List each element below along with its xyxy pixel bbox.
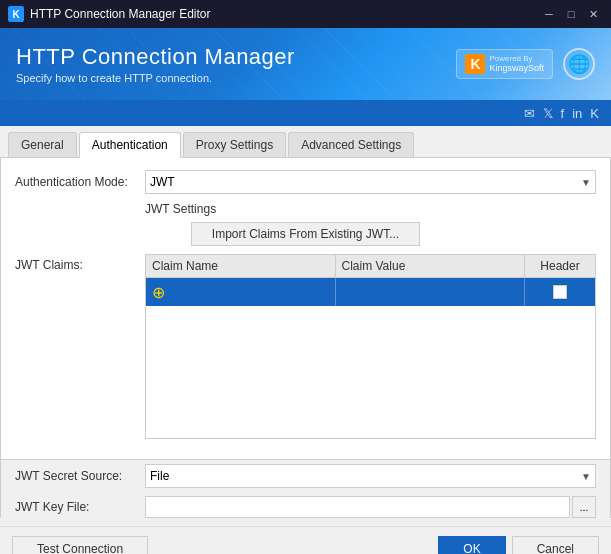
test-connection-button[interactable]: Test Connection [12, 536, 148, 555]
minimize-button[interactable]: ─ [539, 6, 559, 22]
header-header: Header [525, 255, 595, 277]
jwt-secret-arrow-icon: ▼ [581, 471, 591, 482]
jwt-key-file-input[interactable] [145, 496, 570, 518]
jwt-settings-label: JWT Settings [145, 202, 596, 216]
jwt-key-file-row: JWT Key File: ... [15, 496, 596, 518]
window-controls: ─ □ ✕ [539, 6, 603, 22]
auth-mode-label: Authentication Mode: [15, 175, 145, 189]
tab-proxy-settings[interactable]: Proxy Settings [183, 132, 286, 157]
bottom-bar: Test Connection OK Cancel [0, 526, 611, 554]
tab-authentication[interactable]: Authentication [79, 132, 181, 158]
title-bar: K HTTP Connection Manager Editor ─ □ ✕ [0, 0, 611, 28]
kingsway-icon[interactable]: K [590, 106, 599, 121]
close-button[interactable]: ✕ [583, 6, 603, 22]
claims-table-body: ⊕ [146, 278, 595, 438]
auth-mode-value: JWT [150, 175, 175, 189]
app-title: HTTP Connection Manager [16, 44, 295, 70]
maximize-button[interactable]: □ [561, 6, 581, 22]
window-title: HTTP Connection Manager Editor [30, 7, 211, 21]
linkedin-icon[interactable]: in [572, 106, 582, 121]
jwt-key-file-label: JWT Key File: [15, 500, 145, 514]
social-bar: ✉ 𝕏 f in K [0, 100, 611, 126]
tab-advanced-settings[interactable]: Advanced Settings [288, 132, 414, 157]
claim-value-header: Claim Value [336, 255, 526, 277]
jwt-secret-source-value: File [150, 469, 169, 483]
import-claims-button[interactable]: Import Claims From Existing JWT... [191, 222, 420, 246]
logo-text: Powered By KingswaySoft [489, 54, 544, 74]
header-checkbox[interactable] [553, 285, 567, 299]
logo-k-icon: K [465, 54, 485, 74]
import-btn-row: Import Claims From Existing JWT... [15, 222, 596, 246]
claims-data-row: ⊕ [146, 278, 595, 306]
browse-button[interactable]: ... [572, 496, 596, 518]
header-right: K Powered By KingswaySoft 🌐 [456, 48, 595, 80]
auth-mode-control: JWT ▼ [145, 170, 596, 194]
claims-cell-name: ⊕ [146, 278, 336, 306]
facebook-icon[interactable]: f [561, 106, 565, 121]
claims-table-header: Claim Name Claim Value Header [146, 255, 595, 278]
twitter-icon[interactable]: 𝕏 [543, 106, 553, 121]
claim-name-header: Claim Name [146, 255, 336, 277]
claims-cell-value[interactable] [336, 278, 526, 306]
jwt-key-file-control: ... [145, 496, 596, 518]
auth-mode-select[interactable]: JWT ▼ [145, 170, 596, 194]
claims-cell-header [525, 278, 595, 306]
tab-general[interactable]: General [8, 132, 77, 157]
app-icon: K [8, 6, 24, 22]
ok-button[interactable]: OK [438, 536, 505, 555]
cancel-button[interactable]: Cancel [512, 536, 599, 555]
main-content: Authentication Mode: JWT ▼ JWT Settings … [0, 158, 611, 460]
jwt-claims-label: JWT Claims: [15, 254, 145, 272]
auth-mode-row: Authentication Mode: JWT ▼ [15, 170, 596, 194]
empty-rows [146, 306, 595, 436]
tabs-bar: General Authentication Proxy Settings Ad… [0, 126, 611, 158]
add-claim-icon[interactable]: ⊕ [152, 283, 165, 302]
email-icon[interactable]: ✉ [524, 106, 535, 121]
jwt-secret-source-select[interactable]: File ▼ [145, 464, 596, 488]
globe-icon: 🌐 [563, 48, 595, 80]
jwt-claims-row: JWT Claims: Claim Name Claim Value Heade… [15, 254, 596, 439]
kingsway-logo: K Powered By KingswaySoft [456, 49, 553, 79]
jwt-secret-source-row: JWT Secret Source: File ▼ [15, 464, 596, 488]
header-banner: HTTP Connection Manager Specify how to c… [0, 28, 611, 100]
header-title-block: HTTP Connection Manager Specify how to c… [16, 44, 295, 84]
right-buttons: OK Cancel [438, 536, 599, 555]
jwt-secret-source-control: File ▼ [145, 464, 596, 488]
app-subtitle: Specify how to create HTTP connection. [16, 72, 295, 84]
auth-mode-arrow-icon: ▼ [581, 177, 591, 188]
jwt-secret-source-label: JWT Secret Source: [15, 469, 145, 483]
jwt-claims-table: Claim Name Claim Value Header ⊕ [145, 254, 596, 439]
